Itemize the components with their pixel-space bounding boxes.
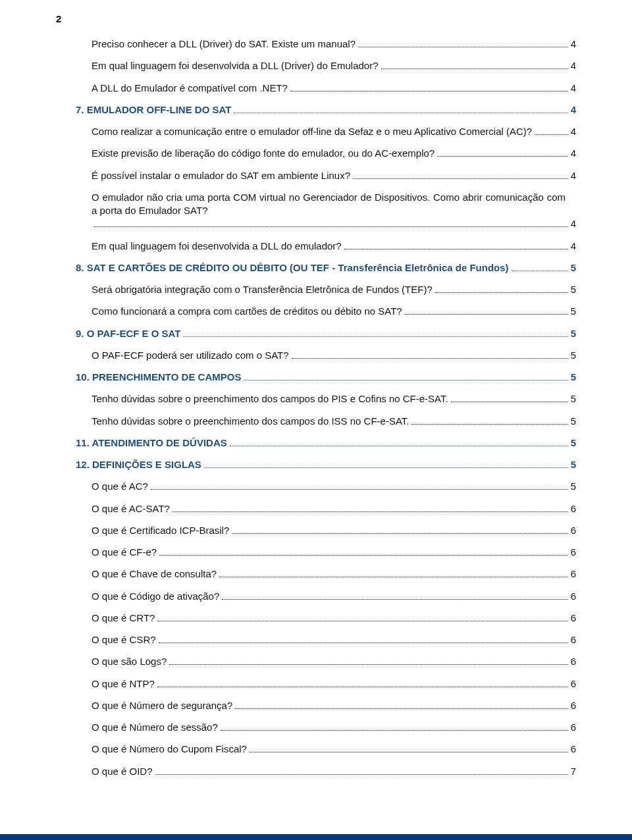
toc-section[interactable]: 9. O PAF-ECF E O SAT5 (76, 327, 576, 340)
toc-entry[interactable]: O que é Número do Cupom Fiscal?6 (76, 743, 576, 756)
toc-leader (219, 569, 568, 578)
toc-leader (358, 39, 568, 48)
toc-text: O que é Número de sessão? (92, 721, 218, 734)
toc-leader (234, 104, 567, 113)
toc-text: O que é AC-SAT? (92, 502, 170, 515)
toc-text: Como realizar a comunicação entre o emul… (92, 125, 532, 138)
toc-page-number: 5 (571, 415, 576, 428)
toc-page-number: 5 (571, 392, 576, 406)
toc-text: 11. ATENDIMENTO DE DÚVIDAS (76, 436, 227, 450)
toc-page-number: 5 (571, 349, 576, 362)
toc-entry[interactable]: Preciso conhecer a DLL (Driver) do SAT. … (76, 38, 576, 51)
toc-entry[interactable]: Como funcionará a compra com cartões de … (76, 305, 576, 318)
toc-section[interactable]: 10. PREENCHIMENTO DE CAMPOS5 (76, 371, 576, 384)
toc-text: O que é Código de ativação? (92, 590, 219, 603)
toc-page-number: 6 (571, 502, 576, 515)
toc-leader (290, 82, 568, 92)
toc-leader (94, 219, 568, 228)
toc-page-number: 5 (571, 327, 576, 340)
toc-page-number: 5 (571, 283, 576, 296)
toc-entry[interactable]: Como realizar a comunicação entre o emul… (76, 125, 576, 138)
toc-entry[interactable]: O que é Número de sessão?6 (76, 721, 576, 734)
toc-text: É possível instalar o emulador do SAT em… (92, 169, 350, 182)
toc-entry[interactable]: O que é AC?5 (76, 480, 576, 493)
toc-entry[interactable]: O que é OID?7 (76, 765, 576, 778)
toc-entry[interactable]: O que é Chave de consulta?6 (76, 567, 576, 581)
toc-entry[interactable]: A DLL do Emulador é compatível com .NET?… (76, 82, 576, 95)
toc-entry[interactable]: O que é Certificado ICP-Brasil?6 (76, 524, 576, 537)
toc-leader (155, 766, 568, 775)
toc-text: 10. PREENCHIMENTO DE CAMPOS (76, 371, 241, 384)
toc-section[interactable]: 7. EMULADOR OFF-LINE DO SAT4 (76, 103, 576, 117)
toc-text: Em qual linguagem foi desenvolvida a DLL… (92, 59, 379, 72)
toc-text: Preciso conhecer a DLL (Driver) do SAT. … (92, 38, 356, 51)
toc-page-number: 5 (571, 305, 576, 318)
toc-text: O que é CSR? (92, 633, 156, 646)
toc-leader (381, 61, 568, 70)
toc-page-number: 6 (571, 655, 576, 668)
toc-text: O que é NTP? (92, 677, 155, 691)
toc-text: O que é Número de segurança? (92, 699, 232, 712)
toc-leader (512, 262, 568, 271)
toc-text: Em qual linguagem foi desenvolvida a DLL… (92, 240, 342, 253)
toc-section[interactable]: 11. ATENDIMENTO DE DÚVIDAS5 (76, 436, 576, 450)
toc-text: 8. SAT E CARTÕES DE CRÉDITO OU DÉBITO (O… (76, 261, 509, 275)
toc-text: Tenho dúvidas sobre o preenchimento dos … (92, 415, 409, 428)
toc-text: Tenho dúvidas sobre o preenchimento dos … (92, 392, 448, 406)
toc-leader (159, 547, 567, 556)
toc-page-number: 4 (571, 169, 576, 182)
toc-leader (435, 284, 568, 294)
toc-page-number: 4 (571, 217, 576, 230)
toc-page-number: 4 (571, 147, 576, 160)
toc-text: O PAF-ECF poderá ser utilizado com o SAT… (92, 349, 289, 362)
toc-entry[interactable]: Em qual linguagem foi desenvolvida a DLL… (76, 59, 576, 72)
toc-page-number: 5 (571, 261, 576, 275)
toc-entry[interactable]: Em qual linguagem foi desenvolvida a DLL… (76, 240, 576, 253)
toc-leader (451, 394, 568, 403)
toc-page-number: 7 (571, 765, 576, 778)
toc-page-number: 6 (571, 567, 576, 581)
toc-entry[interactable]: Tenho dúvidas sobre o preenchimento dos … (76, 392, 576, 406)
toc-leader (157, 612, 567, 621)
toc-section[interactable]: 8. SAT E CARTÕES DE CRÉDITO OU DÉBITO (O… (76, 261, 576, 275)
toc-page-number: 6 (571, 721, 576, 734)
toc-entry[interactable]: O que é NTP?6 (76, 677, 576, 691)
toc-entry[interactable]: Tenho dúvidas sobre o preenchimento dos … (76, 415, 576, 428)
toc-entry[interactable]: O que é Código de ativação?6 (76, 590, 576, 603)
toc-entry[interactable]: O que é Número de segurança?6 (76, 699, 576, 712)
toc-page-number: 6 (571, 524, 576, 537)
toc-leader (250, 744, 568, 753)
toc-text: 7. EMULADOR OFF-LINE DO SAT (76, 103, 231, 117)
toc-page-number: 6 (571, 590, 576, 603)
toc-text: 9. O PAF-ECF E O SAT (76, 327, 180, 340)
toc-entry[interactable]: O que é AC-SAT?6 (76, 502, 576, 515)
toc-text: O que é Certificado ICP-Brasil? (92, 524, 229, 537)
toc-entry[interactable]: O que é CRT?6 (76, 612, 576, 625)
toc-page-number: 5 (571, 436, 576, 450)
toc-entry[interactable]: O PAF-ECF poderá ser utilizado com o SAT… (76, 349, 576, 362)
toc-leader (344, 240, 568, 249)
toc-text: O que é CF-e? (92, 546, 157, 559)
toc-entry[interactable]: O que são Logs?6 (76, 655, 576, 668)
table-of-contents: Preciso conhecer a DLL (Driver) do SAT. … (76, 38, 576, 778)
toc-entry[interactable]: Existe previsão de liberação do código f… (76, 147, 576, 160)
toc-leader (235, 700, 567, 709)
toc-leader (183, 328, 567, 337)
toc-entry[interactable]: Será obrigatória integração com o Transf… (76, 283, 576, 296)
toc-leader (172, 503, 568, 512)
toc-entry[interactable]: O que é CSR?6 (76, 633, 576, 646)
toc-entry[interactable]: O emulador não cria uma porta COM virtua… (76, 191, 576, 231)
toc-text: O que é CRT? (92, 612, 155, 625)
toc-page-number: 4 (571, 125, 576, 138)
toc-leader (244, 372, 567, 381)
toc-leader (221, 722, 568, 731)
toc-leader (151, 481, 568, 490)
toc-leader (437, 148, 567, 157)
toc-section[interactable]: 12. DEFINIÇÕES E SIGLAS5 (76, 458, 576, 471)
toc-entry[interactable]: É possível instalar o emulador do SAT em… (76, 169, 576, 182)
page-number: 2 (56, 13, 576, 24)
toc-entry[interactable]: O que é CF-e?6 (76, 546, 576, 559)
toc-text: O que é Número do Cupom Fiscal? (92, 743, 247, 756)
toc-text: O que são Logs? (92, 655, 167, 668)
toc-leader (353, 170, 568, 179)
